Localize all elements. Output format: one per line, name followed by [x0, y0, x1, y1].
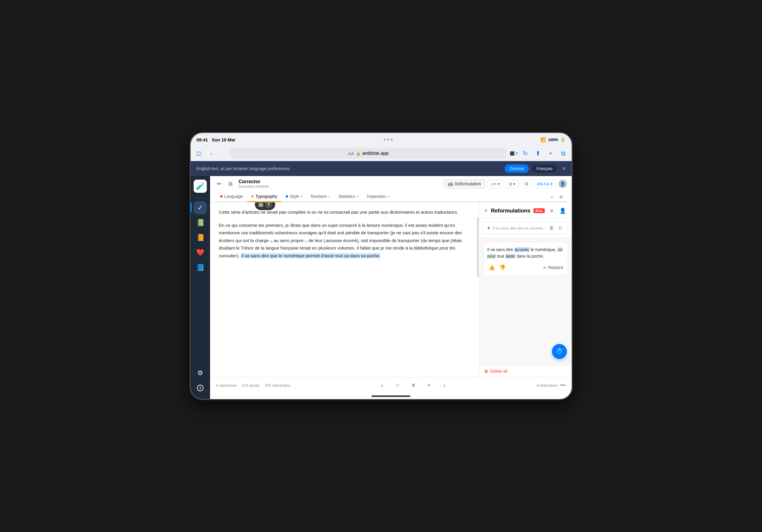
reload-button[interactable]: ↻: [521, 149, 530, 158]
tab-split-button[interactable]: ⧈: [557, 192, 566, 201]
tab-bar: Language Typography Style ▾ Revision: [215, 191, 567, 202]
replace-button[interactable]: ↩ Replace: [543, 265, 563, 270]
code-chevron: ▾: [498, 182, 500, 186]
link-icon: ⛓: [524, 182, 528, 186]
add-button[interactable]: +: [424, 380, 433, 390]
toolbar-edit-icon-button[interactable]: ✏: [215, 179, 224, 188]
floating-chevron-button[interactable]: ▾: [265, 202, 272, 208]
tab-inspection[interactable]: Inspection ▾: [363, 191, 394, 202]
corrector-icon: ✓: [197, 204, 203, 212]
characters-stat: 705 characters: [265, 383, 290, 388]
aa-label: AA: [348, 151, 354, 156]
doc-stats: 4 sentences 124 words 705 characters: [216, 383, 290, 388]
dismiss-button[interactable]: Dismiss: [505, 164, 529, 173]
back-button[interactable]: ‹: [207, 149, 216, 158]
panel-list-button[interactable]: ≡: [548, 206, 556, 215]
result-part3: tout: [496, 254, 505, 259]
heart-icon: ❤️: [196, 249, 204, 257]
lang-chevron-icon: ▾: [551, 182, 553, 186]
dot2: [387, 139, 389, 140]
sidebar-item-notebook-orange[interactable]: 📙: [193, 231, 207, 244]
tab-revision[interactable]: Revision ▾: [307, 191, 335, 202]
tab-style[interactable]: Style ▾: [281, 191, 307, 202]
settings2-chevron: ▾: [513, 182, 515, 186]
link-button[interactable]: ⛓: [521, 180, 532, 188]
battery-icon: 🔋: [560, 137, 566, 142]
reject-button[interactable]: ✕: [409, 380, 418, 390]
document-icon: 📘: [196, 264, 204, 271]
toolbar-icons: ✏ ⧉: [215, 179, 235, 188]
sidebar-item-settings[interactable]: ⚙: [193, 366, 207, 380]
doc-detections: 8 detections •••: [536, 382, 566, 389]
sidebar-item-help[interactable]: ?: [193, 381, 207, 395]
revision-chevron-icon: ▾: [329, 195, 330, 198]
tab-search-button[interactable]: ⌕: [548, 192, 557, 201]
new-tab-button[interactable]: +: [546, 149, 556, 158]
reformulation-input-area: ▼ Il va sans dire que le numéré... 🗑 ↻: [479, 218, 572, 238]
reformulation-input-row[interactable]: ▼ Il va sans dire que le numéré... 🗑 ↻: [483, 222, 568, 234]
sidebar-item-corrector[interactable]: ✓: [193, 201, 207, 214]
francais-button[interactable]: Français: [531, 164, 558, 173]
forward-button[interactable]: ›: [217, 149, 227, 158]
floating-reformulation-toolbar[interactable]: 🤖 ▾: [255, 202, 275, 210]
sentences-stat: 4 sentences: [216, 383, 237, 388]
panel-close-button[interactable]: ×: [484, 206, 488, 215]
search-icon: ⌕: [551, 194, 554, 199]
document-area: Cette série d'articles ne serait pas com…: [210, 202, 572, 377]
panel-spacer: [479, 280, 572, 341]
battery-percentage: 100%: [548, 137, 558, 142]
code-icon: </>: [491, 182, 496, 186]
doc-nav-controls: ‹ ✓ ✕ + ›: [290, 380, 537, 390]
fab-area: ⏱: [479, 341, 572, 365]
sidebar-item-notebook-green[interactable]: 📗: [193, 216, 207, 229]
dot1: [384, 139, 386, 140]
notification-banner: English text, as per browser language pr…: [190, 161, 572, 176]
language-selector[interactable]: EN-CA ▾: [534, 180, 556, 188]
reformulation-input-placeholder: Il va sans dire que le numéré...: [493, 226, 546, 230]
tabs-view-button[interactable]: ⧉: [559, 149, 568, 158]
share-button[interactable]: ⬆: [533, 149, 543, 158]
scrollbar[interactable]: [477, 217, 479, 277]
toolbar-copy-icon-button[interactable]: ⧉: [226, 179, 235, 188]
expand-button[interactable]: ▼: [487, 226, 491, 230]
sidebar-toggle-button[interactable]: ◫: [194, 149, 204, 157]
panel-person-button[interactable]: 👤: [559, 206, 567, 215]
trash-input-button[interactable]: 🗑: [548, 224, 555, 232]
sidebar-item-heart[interactable]: ❤️: [193, 246, 207, 259]
beta-badge: Beta: [533, 208, 545, 213]
home-indicator: [210, 393, 572, 399]
more-options-button[interactable]: •••: [560, 382, 566, 389]
tab-typography[interactable]: Typography: [247, 191, 281, 202]
refresh-button[interactable]: ↻: [557, 224, 564, 232]
thumbs-down-button[interactable]: 👎: [498, 263, 506, 272]
back-icon: ‹: [211, 150, 212, 157]
status-right: 📶 100% 🔋: [541, 137, 566, 142]
accept-button[interactable]: ✓: [393, 380, 403, 390]
fab-icon: ⏱: [556, 347, 563, 355]
result-actions: 👍 👎 ↩ Replace: [488, 263, 564, 272]
edit-icon: ✏: [217, 181, 221, 187]
tab-statistics[interactable]: Statistics ▾: [335, 191, 363, 202]
sidebar-item-document[interactable]: 📘: [193, 261, 207, 274]
panel-footer: 🗑 Delete all: [479, 365, 572, 377]
document-content[interactable]: Cette série d'articles ne serait pas com…: [210, 202, 479, 377]
delete-all-button[interactable]: 🗑 Delete all: [484, 369, 507, 374]
thumbs-up-button[interactable]: 👍: [488, 263, 496, 272]
detections-count: 8 detections: [536, 383, 557, 388]
tab-language[interactable]: Language: [216, 191, 247, 202]
next-detection-button[interactable]: ›: [439, 380, 449, 390]
doc-name: Document Antidote: [239, 185, 440, 189]
settings2-button[interactable]: ⊟ ▾: [505, 180, 519, 188]
address-bar[interactable]: AA 🔒 antidote.app: [230, 148, 507, 159]
reformulation-button[interactable]: 🤖 Reformulation: [443, 179, 485, 189]
notification-close-button[interactable]: ×: [563, 166, 566, 172]
paragraph-2: En ce qui concerne les premiers, je dira…: [219, 221, 470, 260]
fab-button[interactable]: ⏱: [552, 344, 567, 359]
profile-avatar[interactable]: 👤: [559, 180, 567, 188]
wifi-icon: 📶: [541, 137, 546, 142]
browser-nav: ‹ ›: [207, 149, 227, 158]
paragraph2-part2: au sens propre: [272, 238, 305, 243]
panel-header-actions: ≡ 👤: [548, 206, 567, 215]
code-view-button[interactable]: </> ▾: [488, 180, 503, 188]
prev-detection-button[interactable]: ‹: [377, 380, 387, 390]
